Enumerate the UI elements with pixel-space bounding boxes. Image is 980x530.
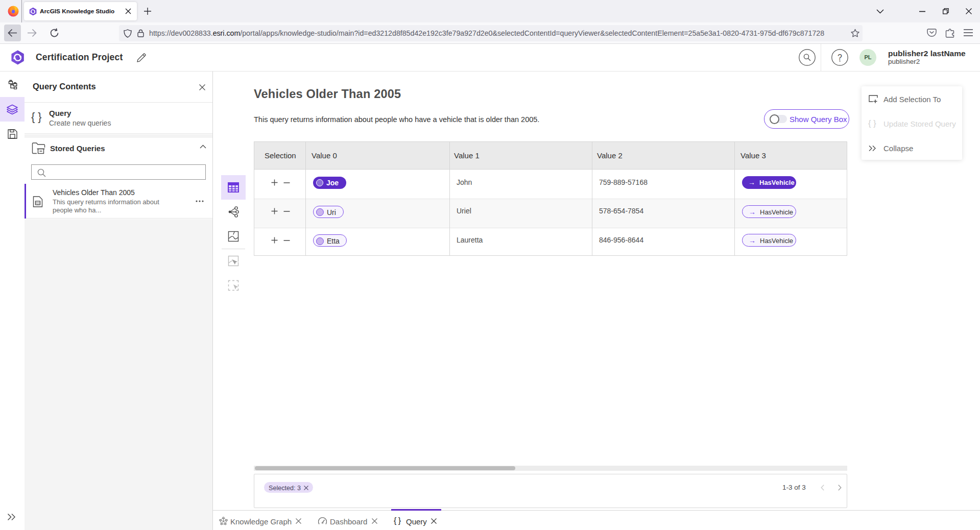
svg-text:?: ? — [838, 53, 842, 62]
